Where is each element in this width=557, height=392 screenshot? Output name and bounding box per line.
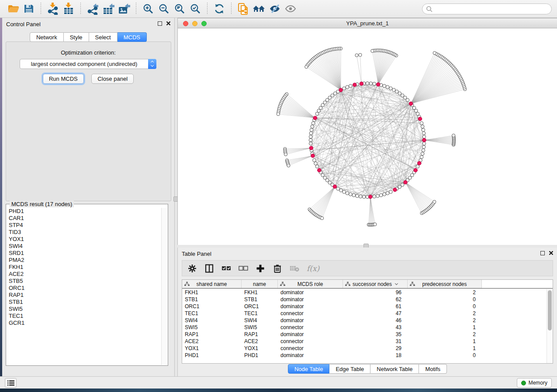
close-panel-icon[interactable] [549, 251, 554, 255]
mcds-result-item[interactable]: SWI4 [7, 243, 161, 250]
graph-node[interactable] [386, 192, 389, 195]
zoom-out-icon[interactable] [156, 2, 172, 16]
graph-node[interactable] [309, 138, 312, 142]
delete-table-icon[interactable] [290, 264, 299, 273]
tab-mcds[interactable]: MCDS [118, 32, 147, 42]
graph-leaf-node[interactable] [433, 200, 436, 203]
column-header-predecessor-nodes[interactable]: predecessor nodes [408, 280, 482, 288]
graph-node[interactable] [422, 128, 425, 132]
window-close-icon[interactable] [183, 21, 188, 26]
cell-successor-nodes[interactable]: 43 [343, 324, 408, 331]
graph-node[interactable] [311, 125, 314, 128]
optimization-criterion-select[interactable]: largest connected component (undirected) [20, 59, 156, 69]
task-history-button[interactable] [5, 378, 17, 388]
graph-node[interactable] [389, 190, 393, 194]
cell-predecessor-nodes[interactable]: 0 [408, 296, 482, 303]
mcds-result-item[interactable]: YOX1 [7, 236, 161, 243]
mcds-result-item[interactable]: TEC1 [7, 313, 161, 320]
mcds-result-item[interactable]: GCR1 [7, 320, 161, 327]
graph-leaf-node[interactable] [287, 164, 290, 167]
mcds-result-item[interactable]: RAP1 [7, 292, 161, 299]
zoom-in-icon[interactable] [140, 2, 156, 16]
tab-edge-table[interactable]: Edge Table [329, 364, 370, 374]
graph-node[interactable] [422, 142, 426, 145]
graph-node[interactable] [422, 135, 426, 138]
save-session-icon[interactable] [21, 2, 37, 16]
graph-node[interactable] [383, 84, 386, 88]
graph-node[interactable] [315, 112, 319, 116]
table-row[interactable]: TEC1TEC1connector472 [182, 310, 547, 317]
tab-style[interactable]: Style [64, 32, 89, 42]
cell-predecessor-nodes[interactable]: 2 [408, 289, 482, 296]
cell-successor-nodes[interactable]: 47 [343, 310, 408, 317]
cell-MCDS-role[interactable]: dominator [278, 352, 343, 359]
close-panel-button[interactable]: Close panel [91, 74, 134, 84]
cell-successor-nodes[interactable]: 29 [343, 345, 408, 352]
graph-hub-node[interactable] [393, 188, 397, 192]
graph-node[interactable] [420, 155, 423, 159]
graph-node[interactable] [421, 125, 424, 128]
graph-node[interactable] [416, 112, 419, 116]
column-header-MCDS-role[interactable]: MCDS role [278, 280, 343, 288]
import-table-icon[interactable] [61, 2, 76, 16]
graph-node[interactable] [309, 142, 312, 145]
mcds-result-list[interactable]: PHD1CAR1STP4TID3YOX1SWI4SRD1PMA2FKH1ACE2… [7, 208, 161, 365]
export-image-icon[interactable] [116, 2, 132, 16]
table-row[interactable]: RAP1RAP1dominator352 [182, 331, 547, 338]
graph-node[interactable] [309, 135, 312, 138]
graph-hub-node[interactable] [309, 146, 313, 150]
float-panel-icon[interactable] [158, 21, 162, 26]
cell-predecessor-nodes[interactable]: 0 [408, 303, 482, 310]
cell-name[interactable]: SWI4 [242, 317, 278, 324]
cell-shared-name[interactable]: RAP1 [182, 331, 242, 338]
tab-node-table[interactable]: Node Table [288, 364, 330, 374]
cell-MCDS-role[interactable]: dominator [278, 317, 343, 324]
graph-node[interactable] [311, 122, 315, 125]
cell-predecessor-nodes[interactable]: 2 [408, 331, 482, 338]
cell-predecessor-nodes[interactable]: 1 [408, 324, 482, 331]
tab-network-table[interactable]: Network Table [370, 364, 419, 374]
cell-MCDS-role[interactable]: connector [278, 338, 343, 345]
cell-successor-nodes[interactable]: 35 [343, 331, 408, 338]
graph-node[interactable] [309, 132, 313, 135]
table-row[interactable]: STB1STB1dominator620 [182, 296, 547, 303]
graph-node[interactable] [376, 194, 380, 198]
cell-successor-nodes[interactable]: 62 [343, 296, 408, 303]
graph-hub-node[interactable] [313, 116, 317, 120]
cell-shared-name[interactable]: STB1 [182, 296, 242, 303]
cell-predecessor-nodes[interactable]: 2 [408, 310, 482, 317]
cell-shared-name[interactable]: SWI4 [182, 317, 242, 324]
table-scrollbar[interactable] [547, 289, 553, 363]
column-header-successor-nodes[interactable]: successor nodes [343, 280, 408, 288]
graph-node[interactable] [392, 88, 396, 92]
cell-MCDS-role[interactable]: connector [278, 310, 343, 317]
refresh-icon[interactable] [211, 2, 227, 16]
table-row[interactable]: ORC1ORC1dominator610 [182, 303, 547, 310]
mcds-result-item[interactable]: SRD1 [7, 250, 161, 257]
cell-predecessor-nodes[interactable]: 1 [408, 345, 482, 352]
export-table-icon[interactable] [100, 2, 116, 16]
cell-shared-name[interactable]: TEC1 [182, 310, 242, 317]
cell-name[interactable]: YOX1 [242, 345, 278, 352]
cell-name[interactable]: ORC1 [242, 303, 278, 310]
cell-successor-nodes[interactable]: 31 [343, 338, 408, 345]
cell-predecessor-nodes[interactable]: 0 [408, 352, 482, 359]
mcds-result-item[interactable]: FKH1 [7, 264, 161, 271]
graph-node[interactable] [422, 145, 426, 149]
cell-MCDS-role[interactable]: connector [278, 345, 343, 352]
cell-name[interactable]: ACE2 [242, 338, 278, 345]
cell-successor-nodes[interactable]: 18 [343, 352, 408, 359]
zoom-selected-icon[interactable] [187, 2, 203, 16]
add-column-icon[interactable] [256, 264, 265, 273]
graph-hub-node[interactable] [360, 82, 363, 86]
graph-node[interactable] [349, 193, 353, 196]
split-columns-icon[interactable] [204, 264, 214, 273]
graph-leaf-node[interactable] [321, 217, 324, 220]
cell-shared-name[interactable]: ORC1 [182, 303, 242, 310]
graph-leaf-node[interactable] [305, 65, 308, 69]
graph-node[interactable] [362, 195, 366, 199]
table-row[interactable]: SWI4SWI4dominator462 [182, 317, 547, 324]
cell-predecessor-nodes[interactable]: 2 [408, 317, 482, 324]
memory-button[interactable]: Memory [517, 378, 552, 388]
graph-node[interactable] [369, 82, 373, 85]
